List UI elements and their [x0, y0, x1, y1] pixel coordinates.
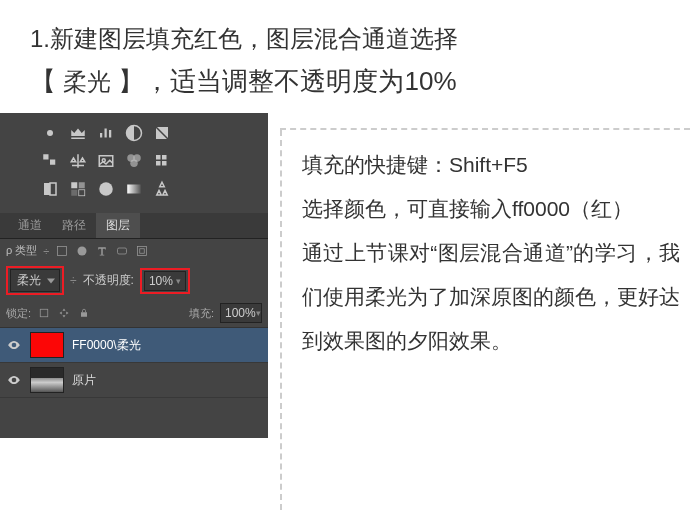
- contrast-icon[interactable]: [124, 123, 144, 143]
- svg-rect-22: [58, 246, 67, 255]
- selective-icon[interactable]: [152, 179, 172, 199]
- svg-rect-24: [118, 248, 127, 254]
- tab-layers[interactable]: 图层: [96, 213, 140, 238]
- opacity-highlight: 10% ▾: [140, 268, 190, 294]
- balance-icon[interactable]: [68, 151, 88, 171]
- filter-smart-icon[interactable]: [135, 244, 149, 258]
- layer-list: FF0000\柔光 原片: [0, 328, 268, 398]
- svg-rect-15: [50, 183, 56, 195]
- exposure-icon[interactable]: [152, 123, 172, 143]
- divider-vertical: [280, 130, 282, 510]
- posterize-icon[interactable]: [68, 179, 88, 199]
- svg-rect-11: [162, 155, 167, 160]
- bracket-close-text: 】，适当调整不透明度为10%: [111, 66, 456, 96]
- explanation-notes: 填充的快捷键：Shift+F5 选择颜色，可直接输入ff0000（红） 通过上节…: [268, 113, 698, 438]
- filter-adjust-icon[interactable]: [75, 244, 89, 258]
- svg-point-20: [99, 182, 113, 196]
- threshold-icon[interactable]: [96, 179, 116, 199]
- tool-icons-area: [0, 113, 268, 213]
- fill-value: 100%: [225, 306, 256, 320]
- filter-type-icon[interactable]: [95, 244, 109, 258]
- photo-icon[interactable]: [96, 151, 116, 171]
- svg-point-9: [130, 160, 138, 168]
- svg-rect-26: [140, 248, 145, 253]
- mixer-icon[interactable]: [124, 151, 144, 171]
- header-line-1: 1.新建图层填充红色，图层混合通道选择: [30, 18, 668, 60]
- filter-shape-icon[interactable]: [115, 244, 129, 258]
- blend-mode-highlight: 柔光: [6, 266, 64, 295]
- blend-mode-name: 柔光: [63, 68, 111, 95]
- svg-rect-18: [71, 190, 77, 196]
- levels-icon[interactable]: [96, 123, 116, 143]
- tab-channels[interactable]: 通道: [8, 213, 52, 238]
- filter-pixel-icon[interactable]: [55, 244, 69, 258]
- lock-pixels-icon[interactable]: [37, 306, 51, 320]
- svg-point-23: [78, 246, 87, 255]
- fill-input[interactable]: 100% ▾: [220, 303, 262, 323]
- svg-rect-3: [43, 154, 48, 159]
- invert-icon[interactable]: [40, 179, 60, 199]
- panel-tabs: 通道 路径 图层: [0, 213, 268, 239]
- svg-rect-4: [50, 160, 55, 165]
- layer-thumbnail-image: [30, 367, 64, 393]
- svg-point-0: [47, 130, 53, 136]
- svg-rect-12: [156, 161, 161, 166]
- layer-row[interactable]: FF0000\柔光: [0, 328, 268, 363]
- gradient-icon[interactable]: [124, 179, 144, 199]
- opacity-label: 不透明度:: [83, 272, 134, 289]
- opacity-value: 10%: [149, 274, 173, 288]
- squares-icon[interactable]: [40, 151, 60, 171]
- note-line-2: 选择颜色，可直接输入ff0000（红）: [302, 187, 680, 231]
- photoshop-layers-panel: 通道 路径 图层 ρ 类型 ÷ 柔光 ÷ 不透明度:: [0, 113, 268, 438]
- svg-rect-28: [81, 312, 87, 317]
- lock-label: 锁定:: [6, 306, 31, 321]
- svg-rect-27: [40, 309, 48, 317]
- svg-rect-13: [162, 161, 167, 166]
- layer-filter-row: ρ 类型 ÷: [0, 239, 268, 262]
- instruction-header: 1.新建图层填充红色，图层混合通道选择 【 柔光 】，适当调整不透明度为10%: [0, 0, 698, 103]
- header-line-2: 【 柔光 】，适当调整不透明度为10%: [30, 60, 668, 103]
- fill-label: 填充:: [189, 306, 214, 321]
- svg-rect-10: [156, 155, 161, 160]
- visibility-icon[interactable]: [6, 372, 22, 388]
- divider-horizontal: [280, 128, 690, 130]
- note-line-1: 填充的快捷键：Shift+F5: [302, 143, 680, 187]
- svg-rect-25: [138, 246, 147, 255]
- blend-mode-dropdown[interactable]: 柔光: [10, 269, 60, 292]
- lock-all-icon[interactable]: [77, 306, 91, 320]
- blend-mode-value: 柔光: [17, 273, 41, 287]
- svg-rect-19: [79, 190, 85, 196]
- note-line-3: 通过上节课对“图层混合通道”的学习，我们使用柔光为了加深原图的颜色，更好达到效果…: [302, 231, 680, 363]
- svg-rect-16: [71, 182, 77, 188]
- layer-name: 原片: [72, 372, 96, 389]
- lookup-icon[interactable]: [152, 151, 172, 171]
- blend-opacity-row: 柔光 ÷ 不透明度: 10% ▾: [0, 262, 268, 299]
- layer-row[interactable]: 原片: [0, 363, 268, 398]
- bracket-open: 【: [30, 66, 63, 96]
- opacity-input[interactable]: 10% ▾: [144, 271, 186, 291]
- tab-paths[interactable]: 路径: [52, 213, 96, 238]
- layer-thumbnail-red: [30, 332, 64, 358]
- svg-rect-21: [127, 185, 141, 194]
- brightness-icon[interactable]: [40, 123, 60, 143]
- lock-fill-row: 锁定: 填充: 100% ▾: [0, 299, 268, 328]
- svg-rect-17: [79, 182, 85, 188]
- visibility-icon[interactable]: [6, 337, 22, 353]
- kind-label: ρ 类型: [6, 243, 37, 258]
- svg-rect-14: [44, 183, 50, 195]
- lock-position-icon[interactable]: [57, 306, 71, 320]
- layer-name: FF0000\柔光: [72, 337, 141, 354]
- crown-icon[interactable]: [68, 123, 88, 143]
